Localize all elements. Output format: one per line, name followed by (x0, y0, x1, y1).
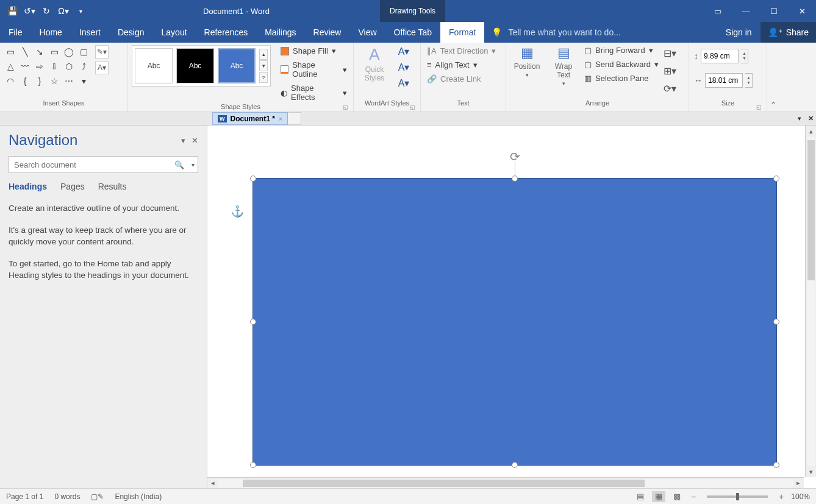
resize-handle-w[interactable] (250, 319, 256, 325)
symbol-icon[interactable]: Ω▾ (57, 5, 70, 17)
resize-handle-se[interactable] (773, 462, 779, 468)
status-language[interactable]: English (India) (115, 492, 162, 501)
vscroll-down-icon[interactable]: ▾ (809, 466, 813, 477)
shape-arrowdown-icon[interactable]: ⇩ (48, 60, 61, 73)
shape-gallery[interactable]: ▭ ╲ ↘ ▭ ◯ ▢ △ 〰 ⇨ ⇩ ⬡ ⤴ ◠ { } ☆ ⋯ ▾ (4, 45, 90, 88)
tab-file[interactable]: File (0, 22, 31, 43)
hscroll-track[interactable] (218, 479, 793, 488)
shape-brace-l-icon[interactable]: { (18, 74, 32, 88)
tell-me-box[interactable]: 💡 Tell me what you want to do... (484, 22, 717, 43)
sign-in-button[interactable]: Sign in (717, 22, 761, 43)
shape-outline-button[interactable]: Shape Outline ▾ (278, 59, 349, 80)
resize-handle-n[interactable] (512, 176, 518, 182)
group-objects-icon[interactable]: ⊞▾ (664, 65, 676, 77)
web-layout-icon[interactable]: ▩ (670, 491, 684, 502)
shape-ellipse-icon[interactable]: ◯ (62, 45, 76, 59)
text-outline-icon[interactable]: A▾ (396, 61, 411, 73)
vertical-scrollbar[interactable]: ▴ ▾ (805, 126, 816, 477)
shape-arrowright-icon[interactable]: ⇨ (33, 60, 46, 73)
size-dialog-icon[interactable]: ◱ (756, 104, 762, 110)
selection-pane-button[interactable]: ▥Selection Pane (583, 73, 660, 83)
zoom-slider[interactable] (707, 495, 768, 498)
tab-close-all-icon[interactable]: ✕ (805, 115, 816, 122)
text-fill-icon[interactable]: A▾ (396, 45, 411, 57)
height-spinner[interactable]: ▲▼ (741, 49, 748, 63)
qat-customize-icon[interactable]: ▾ (74, 5, 87, 17)
document-canvas[interactable]: ⚓ ⟳ ◂ ▸ ▴ ▾ (207, 126, 816, 488)
nav-tab-results[interactable]: Results (98, 182, 127, 191)
redo-icon[interactable]: ↻ (40, 5, 52, 17)
bring-forward-button[interactable]: ▢Bring Forward ▾ (583, 45, 660, 55)
style-scroll-up-icon[interactable]: ▴ (259, 49, 268, 60)
tab-references[interactable]: References (196, 22, 257, 43)
text-effects-icon[interactable]: A▾ (396, 77, 411, 89)
draw-textbox-icon[interactable]: A▾ (95, 61, 109, 74)
shape-brace-r-icon[interactable]: } (33, 74, 46, 88)
search-options-icon[interactable]: ▾ (188, 161, 198, 168)
nav-search-box[interactable]: 🔍 ▾ (9, 156, 198, 173)
shape-style-gallery[interactable]: Abc Abc Abc ▴ ▾ ▿ (132, 45, 271, 87)
horizontal-scrollbar[interactable]: ◂ ▸ (207, 477, 804, 488)
nav-tab-pages[interactable]: Pages (60, 182, 85, 191)
height-input[interactable] (701, 49, 739, 63)
shape-effects-button[interactable]: ◐Shape Effects ▾ (278, 82, 349, 103)
print-layout-icon[interactable]: ▦ (652, 491, 665, 502)
shape-expand-icon[interactable]: ▾ (77, 74, 90, 88)
shape-roundrect-icon[interactable]: ▢ (77, 45, 90, 59)
style-preset-1[interactable]: Abc (135, 48, 173, 83)
nav-tab-headings[interactable]: Headings (9, 182, 47, 191)
search-icon[interactable]: 🔍 (171, 160, 188, 169)
wordart-dialog-icon[interactable]: ◱ (410, 104, 415, 110)
document-tab[interactable]: W Document1 * × (212, 112, 288, 125)
zoom-level[interactable]: 100% (791, 492, 810, 501)
tab-design[interactable]: Design (109, 22, 153, 43)
shape-height-field[interactable]: ↕ ▲▼ (694, 49, 762, 63)
ribbon-display-icon[interactable]: ▭ (704, 0, 732, 22)
style-scroll-down-icon[interactable]: ▾ (259, 60, 268, 71)
vscroll-thumb[interactable] (807, 140, 815, 280)
status-page[interactable]: Page 1 of 1 (6, 492, 43, 501)
maximize-icon[interactable]: ☐ (760, 0, 788, 22)
new-tab-button[interactable] (288, 112, 301, 125)
text-direction-button[interactable]: ‖AText Direction ▾ (424, 45, 498, 57)
create-link-button[interactable]: 🔗Create Link (424, 73, 498, 85)
save-icon[interactable]: 💾 (6, 5, 18, 17)
resize-handle-e[interactable] (773, 319, 779, 325)
shape-styles-dialog-icon[interactable]: ◱ (343, 104, 348, 110)
collapse-ribbon-icon[interactable]: ⌃ (767, 43, 779, 112)
nav-close-icon[interactable]: ✕ (191, 136, 198, 145)
status-words[interactable]: 0 words (54, 492, 80, 501)
width-input[interactable] (705, 73, 743, 88)
shape-connector-icon[interactable]: ⤴ (77, 60, 90, 73)
shape-triangle-icon[interactable]: △ (4, 60, 17, 73)
hscroll-thumb[interactable] (243, 480, 645, 487)
close-icon[interactable]: ✕ (788, 0, 816, 22)
hscroll-left-icon[interactable]: ◂ (207, 479, 218, 487)
edit-shape-icon[interactable]: ✎▾ (95, 45, 109, 59)
zoom-in-button[interactable]: + (776, 492, 786, 502)
tab-mailings[interactable]: Mailings (256, 22, 304, 43)
wrap-text-button[interactable]: ▤ Wrap Text▾ (546, 45, 581, 87)
resize-handle-s[interactable] (512, 462, 518, 468)
tab-view[interactable]: View (349, 22, 385, 43)
align-objects-icon[interactable]: ⊟▾ (664, 48, 676, 59)
shape-star-icon[interactable]: ☆ (48, 74, 61, 88)
hscroll-right-icon[interactable]: ▸ (793, 479, 804, 487)
position-button[interactable]: ▦ Position▾ (510, 45, 544, 78)
resize-handle-sw[interactable] (250, 462, 256, 468)
style-more-icon[interactable]: ▿ (259, 72, 268, 83)
shape-curve-icon[interactable]: 〰 (18, 60, 32, 73)
shape-more-icon[interactable]: ⋯ (62, 74, 76, 88)
minimize-icon[interactable]: — (732, 0, 760, 22)
vscroll-track[interactable] (807, 137, 815, 466)
shape-textbox-icon[interactable]: ▭ (4, 45, 17, 59)
shape-arrowline-icon[interactable]: ↘ (33, 45, 46, 59)
vscroll-up-icon[interactable]: ▴ (809, 126, 813, 137)
shape-line-icon[interactable]: ╲ (18, 45, 32, 59)
resize-handle-nw[interactable] (250, 176, 256, 182)
nav-options-icon[interactable]: ▾ (181, 136, 185, 145)
width-spinner[interactable]: ▲▼ (745, 73, 753, 88)
rotate-objects-icon[interactable]: ⟳▾ (664, 83, 676, 94)
tab-home[interactable]: Home (31, 22, 71, 43)
tab-format[interactable]: Format (440, 22, 484, 43)
